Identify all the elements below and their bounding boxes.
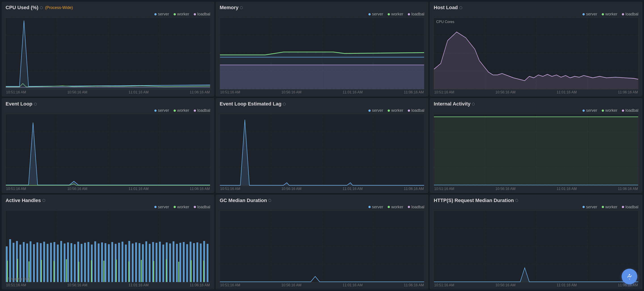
host-worker-dot — [602, 13, 604, 15]
fab-assistant[interactable] — [622, 269, 637, 284]
gc-loadbal-dot — [408, 206, 410, 208]
lag-time-1: 10:56:16 AM — [282, 187, 302, 191]
legend-gc: server worker loadbal — [220, 205, 424, 209]
svg-marker-4 — [6, 123, 210, 186]
host-time-2: 11:01:16 AM — [556, 90, 577, 94]
sort-icon-cpu[interactable]: ⬡ — [40, 5, 43, 10]
svg-rect-14 — [30, 241, 32, 282]
svg-rect-56 — [173, 241, 174, 282]
svg-rect-38 — [112, 242, 113, 282]
chart-active-handles: Snipping Tool — [6, 210, 210, 282]
svg-rect-41 — [122, 242, 123, 282]
host-loadbal-label: loadbal — [626, 12, 638, 16]
svg-rect-70 — [41, 260, 42, 282]
http-time-2: 11:01:16 AM — [556, 283, 577, 287]
sort-icon-host[interactable]: ⬡ — [459, 5, 462, 10]
legend-active-handles: server worker loadbal — [6, 205, 210, 209]
panel-title-internal: Internal Activity — [434, 101, 470, 107]
legend-cpu: server worker loadbal — [6, 12, 210, 16]
ah-snipping-label: Snipping Tool — [8, 277, 30, 281]
panel-title-active-handles: Active Handles — [6, 198, 41, 203]
svg-rect-29 — [81, 244, 82, 282]
http-loadbal-label: loadbal — [626, 205, 638, 209]
fab-icon — [626, 273, 634, 281]
panel-http-request: HTTP(S) Request Median Duration ⬡ server… — [430, 195, 642, 289]
legend-event-loop: server worker loadbal — [6, 108, 210, 113]
host-loadbal-dot — [622, 13, 624, 15]
time-1: 10:56:16 AM — [67, 90, 88, 94]
int-worker-label: worker — [605, 108, 618, 113]
int-loadbal-label: loadbal — [626, 108, 638, 113]
el-loadbal-dot — [194, 109, 196, 112]
svg-rect-48 — [146, 241, 147, 282]
lag-time-3: 11:06:16 AM — [404, 187, 424, 191]
http-time-1: 10:56:16 AM — [496, 283, 516, 287]
svg-rect-31 — [88, 242, 89, 282]
chart-gc — [220, 210, 424, 282]
svg-rect-66 — [207, 244, 208, 282]
svg-rect-82 — [191, 260, 192, 282]
gc-server-dot — [368, 206, 371, 208]
time-axis-cpu: 10:51:16 AM 10:56:16 AM 11:01:16 AM 11:0… — [6, 89, 210, 94]
sort-icon-internal[interactable]: ⬡ — [472, 102, 475, 106]
sort-icon-event-loop[interactable]: ⬡ — [34, 102, 37, 106]
svg-rect-58 — [180, 243, 181, 282]
http-server-dot — [582, 206, 585, 208]
sort-icon-memory[interactable]: ⬡ — [240, 5, 243, 10]
loadbal-dot — [194, 13, 196, 15]
mem-server-label: server — [372, 12, 383, 16]
sort-icon-gc[interactable]: ⬡ — [268, 198, 271, 203]
svg-rect-81 — [178, 262, 179, 282]
svg-rect-53 — [162, 245, 164, 282]
ah-loadbal-dot — [194, 206, 196, 208]
svg-marker-6 — [434, 117, 638, 186]
svg-rect-44 — [132, 243, 134, 282]
panel-title-cpu: CPU Used (%) — [6, 5, 38, 10]
svg-rect-73 — [78, 262, 80, 282]
svg-rect-27 — [74, 244, 76, 282]
svg-rect-33 — [94, 241, 96, 282]
ah-server-label: server — [158, 205, 169, 209]
svg-marker-3 — [434, 32, 638, 89]
panel-memory: Memory ⬡ server worker loadbal — [216, 2, 428, 96]
svg-rect-47 — [142, 244, 144, 282]
int-loadbal-dot — [622, 109, 624, 112]
int-server-dot — [582, 109, 585, 112]
panel-title-http: HTTP(S) Request Median Duration — [434, 198, 514, 203]
svg-rect-51 — [156, 243, 158, 282]
svg-marker-0 — [6, 20, 210, 89]
time-axis-gc: 10:51:16 AM 10:56:16 AM 11:01:16 AM 11:0… — [220, 282, 424, 287]
sort-icon-http[interactable]: ⬡ — [515, 198, 518, 203]
svg-rect-26 — [70, 243, 72, 282]
svg-rect-36 — [104, 243, 106, 282]
ah-time-1: 10:56:16 AM — [67, 283, 88, 287]
gc-server-label: server — [372, 205, 383, 209]
svg-rect-8 — [9, 239, 11, 282]
panel-header-http: HTTP(S) Request Median Duration ⬡ — [434, 198, 638, 203]
sort-icon-active-handles[interactable]: ⬡ — [42, 198, 46, 203]
mem-server-dot — [368, 13, 371, 15]
el-time-3: 11:06:16 AM — [190, 187, 210, 191]
svg-rect-24 — [64, 243, 66, 282]
gc-loadbal-label: loadbal — [411, 205, 424, 209]
mem-loadbal-label: loadbal — [411, 12, 424, 16]
lag-worker-label: worker — [391, 108, 403, 113]
svg-rect-45 — [135, 242, 137, 282]
panel-cpu-used: CPU Used (%) ⬡ (Process-Wide) server wor… — [2, 2, 214, 96]
host-server-dot — [582, 13, 585, 15]
server-dot — [154, 13, 156, 15]
ah-worker-dot — [174, 206, 176, 208]
legend-http: server worker loadbal — [434, 205, 638, 209]
worker-label: worker — [177, 12, 189, 16]
lag-time-2: 11:01:16 AM — [342, 187, 362, 191]
ah-worker-label: worker — [177, 205, 189, 209]
svg-rect-35 — [101, 242, 103, 282]
sort-icon-lag[interactable]: ⬡ — [283, 102, 286, 106]
ah-loadbal-label: loadbal — [197, 205, 210, 209]
svg-rect-79 — [153, 261, 154, 282]
panel-event-loop-lag: Event Loop Estimated Lag ⬡ server worker… — [216, 98, 428, 193]
mem-time-1: 10:56:16 AM — [282, 90, 302, 94]
svg-rect-15 — [33, 244, 35, 282]
gc-time-0: 10:51:16 AM — [220, 283, 240, 287]
chart-memory — [220, 17, 424, 89]
